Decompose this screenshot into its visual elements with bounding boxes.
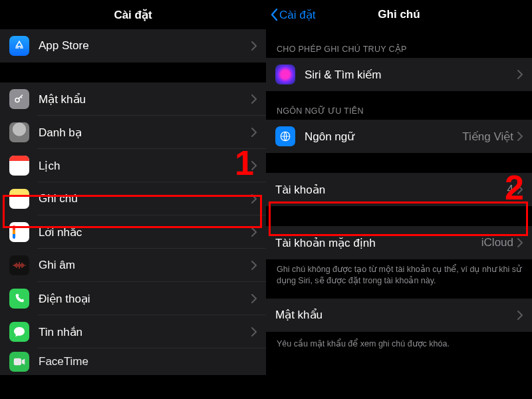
default-account-note: Ghi chú không được tạo từ một tài khoản …	[266, 259, 532, 287]
svg-rect-1	[14, 358, 21, 366]
page-title: Cài đặt	[114, 8, 152, 22]
notes-icon	[9, 189, 29, 209]
row-calendar[interactable]: Lịch	[0, 149, 266, 182]
chevron-right-icon	[251, 227, 257, 237]
facetime-icon	[9, 352, 29, 372]
notes-settings-pane: Cài đặt Ghi chú CHO PHÉP GHI CHÚ TRUY CẬ…	[266, 0, 532, 399]
left-header: Cài đặt	[0, 0, 266, 29]
key-icon	[9, 89, 29, 109]
row-phone[interactable]: Điện thoại	[0, 282, 266, 315]
row-label: Điện thoại	[39, 292, 251, 306]
globe-icon	[275, 126, 295, 146]
password-hint: Yêu cầu mật khẩu để xem ghi chú được khó…	[266, 332, 532, 348]
row-notes[interactable]: Ghi chú	[0, 182, 266, 215]
section-lang-label: NGÔN NGỮ ƯU TIÊN	[266, 91, 532, 120]
group-appstore: App Store	[0, 29, 266, 63]
settings-pane: Cài đặt App Store Mật khẩu	[0, 0, 266, 399]
row-label: Tài khoản mặc định	[275, 236, 481, 250]
chevron-right-icon	[251, 294, 257, 303]
row-value: Tiếng Việt	[462, 130, 513, 144]
chevron-right-icon	[251, 327, 257, 336]
row-label: Lịch	[39, 159, 251, 173]
row-value: iCloud	[481, 236, 513, 249]
row-default-account[interactable]: Tài khoản mặc định iCloud	[266, 226, 532, 259]
row-label: Mật khẩu	[39, 92, 251, 106]
row-facetime[interactable]: FaceTime	[0, 348, 266, 375]
section-access-label: CHO PHÉP GHI CHÚ TRUY CẬP	[266, 29, 532, 58]
row-label: Ngôn ngữ	[305, 130, 462, 144]
appstore-icon	[9, 36, 29, 56]
row-label: Tin nhắn	[39, 325, 251, 339]
row-messages[interactable]: Tin nhắn	[0, 315, 266, 348]
row-label: Lời nhắc	[39, 225, 251, 239]
row-label: Ghi chú	[39, 192, 251, 205]
group-apps: Mật khẩu Danh bạ Lịch Ghi chú	[0, 82, 266, 375]
row-voicememos[interactable]: Ghi âm	[0, 249, 266, 282]
chevron-right-icon	[517, 132, 523, 141]
page-title: Ghi chú	[378, 8, 420, 21]
row-siri[interactable]: Siri & Tìm kiếm	[266, 58, 532, 91]
row-label: Ghi âm	[39, 259, 251, 272]
row-passwords[interactable]: Mật khẩu	[0, 82, 266, 116]
phone-icon	[9, 289, 29, 309]
chevron-right-icon	[251, 161, 257, 170]
row-accounts[interactable]: Tài khoản 4	[266, 173, 532, 206]
chevron-right-icon	[251, 94, 257, 104]
row-label: FaceTime	[39, 355, 257, 368]
row-label: Tài khoản	[275, 183, 507, 197]
calendar-icon	[9, 156, 29, 176]
chevron-right-icon	[517, 311, 523, 320]
back-button[interactable]: Cài đặt	[270, 0, 315, 29]
row-password[interactable]: Mật khẩu	[266, 299, 532, 332]
chevron-right-icon	[251, 128, 257, 137]
messages-icon	[9, 322, 29, 342]
back-label: Cài đặt	[279, 8, 315, 22]
row-label: Mật khẩu	[275, 308, 517, 322]
row-value: 4	[507, 183, 513, 196]
contacts-icon	[9, 122, 29, 142]
siri-icon	[275, 65, 295, 84]
chevron-right-icon	[251, 41, 257, 51]
row-appstore[interactable]: App Store	[0, 29, 266, 63]
row-label: App Store	[39, 39, 251, 53]
reminders-icon	[9, 222, 29, 242]
chevron-right-icon	[251, 261, 257, 270]
row-reminders[interactable]: Lời nhắc	[0, 215, 266, 249]
row-contacts[interactable]: Danh bạ	[0, 116, 266, 149]
chevron-right-icon	[251, 194, 257, 203]
row-label: Danh bạ	[39, 126, 251, 140]
row-label: Siri & Tìm kiếm	[305, 68, 517, 82]
voicememos-icon	[9, 255, 29, 275]
chevron-right-icon	[517, 185, 523, 194]
right-header: Cài đặt Ghi chú	[266, 0, 532, 29]
chevron-right-icon	[517, 70, 523, 79]
chevron-right-icon	[517, 238, 523, 247]
row-language[interactable]: Ngôn ngữ Tiếng Việt	[266, 120, 532, 153]
